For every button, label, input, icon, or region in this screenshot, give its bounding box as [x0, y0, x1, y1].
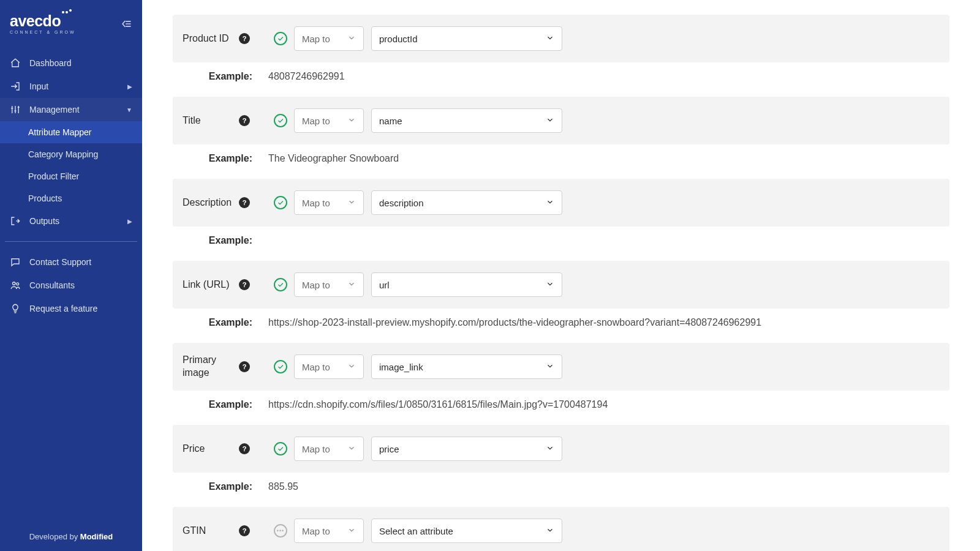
brand-name: avecdo [10, 13, 61, 29]
status-ok-icon [274, 360, 287, 373]
attribute-select[interactable]: price [371, 437, 562, 461]
nav-contact-support-label: Contact Support [29, 257, 91, 267]
status-pending-icon: ••• [274, 524, 287, 538]
footer-prefix: Developed by [29, 532, 80, 541]
subnav-category-mapping-label: Category Mapping [28, 149, 98, 159]
nav-dashboard-label: Dashboard [29, 58, 72, 68]
example-value: The Videographer Snowboard [268, 153, 399, 164]
sidebar-divider [5, 241, 137, 242]
attribute-value: Select an attribute [379, 526, 453, 536]
example-label: Example: [173, 153, 252, 164]
output-icon [10, 216, 21, 227]
subnav-category-mapping[interactable]: Category Mapping [0, 143, 142, 165]
attribute-select[interactable]: description [371, 190, 562, 215]
chat-icon [10, 257, 21, 268]
chevron-down-icon [546, 280, 554, 290]
nav-input-label: Input [29, 81, 48, 91]
subnav-product-filter-label: Product Filter [28, 171, 79, 181]
chevron-right-icon: ▶ [127, 218, 132, 225]
mapto-select[interactable]: Map to [294, 190, 364, 215]
chevron-down-icon [347, 116, 356, 126]
status-ok-icon [274, 278, 287, 291]
nav-management[interactable]: Management ▼ [0, 98, 142, 121]
mapto-select[interactable]: Map to [294, 519, 364, 543]
chevron-down-icon [347, 444, 356, 454]
help-icon[interactable]: ? [239, 197, 250, 208]
chevron-down-icon [546, 116, 554, 126]
nav-management-label: Management [29, 105, 80, 114]
mapto-select[interactable]: Map to [294, 26, 364, 51]
field-description: Description ? Map to description Example… [173, 179, 949, 246]
attribute-select[interactable]: image_link [371, 354, 562, 379]
field-label: Title [183, 114, 201, 127]
attribute-value: productId [379, 34, 418, 44]
attribute-value: url [379, 280, 390, 290]
mapto-label: Map to [302, 526, 330, 536]
mapto-select[interactable]: Map to [294, 354, 364, 379]
subnav-products-label: Products [28, 193, 62, 203]
mapto-label: Map to [302, 198, 330, 208]
help-icon[interactable]: ? [239, 525, 250, 536]
svg-point-1 [17, 283, 19, 285]
mapto-select[interactable]: Map to [294, 108, 364, 133]
subnav-products[interactable]: Products [0, 187, 142, 209]
nav-consultants-label: Consultants [29, 280, 75, 290]
help-icon[interactable]: ? [239, 115, 250, 126]
attribute-value: name [379, 116, 402, 126]
chevron-down-icon [347, 526, 356, 536]
help-icon[interactable]: ? [239, 361, 250, 372]
lightbulb-icon [10, 303, 21, 314]
mapto-label: Map to [302, 444, 330, 454]
example-value: https://shop-2023-install-preview.myshop… [268, 317, 761, 328]
nav-request-feature-label: Request a feature [29, 304, 97, 313]
chevron-down-icon [347, 362, 356, 372]
attribute-select[interactable]: url [371, 272, 562, 297]
mapto-label: Map to [302, 116, 330, 126]
subnav-attribute-mapper[interactable]: Attribute Mapper [0, 121, 142, 143]
brand-tagline: CONNECT & GROW [10, 30, 76, 34]
example-label: Example: [173, 235, 252, 246]
nav-dashboard[interactable]: Dashboard [0, 51, 142, 75]
mapto-label: Map to [302, 362, 330, 372]
help-icon[interactable]: ? [239, 443, 250, 454]
nav-request-feature[interactable]: Request a feature [0, 297, 142, 320]
footer-link[interactable]: Modified [80, 532, 113, 541]
sidebar-collapse-button[interactable] [120, 18, 132, 30]
subnav-product-filter[interactable]: Product Filter [0, 165, 142, 187]
example-label: Example: [173, 481, 252, 492]
sidebar-nav: Dashboard Input ▶ Management ▼ Attribute… [0, 51, 142, 320]
attribute-select[interactable]: Select an attribute [371, 519, 562, 543]
field-label: Price [183, 443, 205, 455]
attribute-select[interactable]: name [371, 108, 562, 133]
nav-outputs-label: Outputs [29, 216, 59, 226]
brand-logo[interactable]: avecdo CONNECT & GROW [10, 13, 76, 34]
example-value: https://cdn.shopify.com/s/files/1/0850/3… [268, 399, 608, 410]
example-label: Example: [173, 399, 252, 410]
svg-point-0 [13, 282, 16, 285]
sidebar: avecdo CONNECT & GROW Dashboard Input ▶ [0, 0, 142, 551]
attribute-value: image_link [379, 362, 423, 372]
field-price: Price ? Map to price Example: 885.95 [173, 425, 949, 492]
help-icon[interactable]: ? [239, 279, 250, 290]
sidebar-footer: Developed by Modified [0, 522, 142, 551]
field-gtin: GTIN ? ••• Map to Select an attribute [173, 507, 949, 551]
mapto-select[interactable]: Map to [294, 437, 364, 461]
attribute-select[interactable]: productId [371, 26, 562, 51]
help-icon[interactable]: ? [239, 33, 250, 44]
chevron-down-icon [347, 34, 356, 44]
chevron-right-icon: ▶ [127, 83, 132, 90]
field-label: Primary image [183, 354, 235, 380]
mapto-select[interactable]: Map to [294, 272, 364, 297]
mapto-label: Map to [302, 280, 330, 290]
chevron-down-icon: ▼ [126, 107, 132, 113]
attribute-value: price [379, 444, 399, 454]
nav-input[interactable]: Input ▶ [0, 75, 142, 98]
nav-contact-support[interactable]: Contact Support [0, 250, 142, 274]
example-label: Example: [173, 71, 252, 82]
status-ok-icon [274, 442, 287, 455]
brand-dots-icon [62, 11, 72, 13]
nav-consultants[interactable]: Consultants [0, 274, 142, 297]
nav-outputs[interactable]: Outputs ▶ [0, 209, 142, 233]
field-label: Description [183, 197, 232, 209]
attribute-value: description [379, 198, 424, 208]
